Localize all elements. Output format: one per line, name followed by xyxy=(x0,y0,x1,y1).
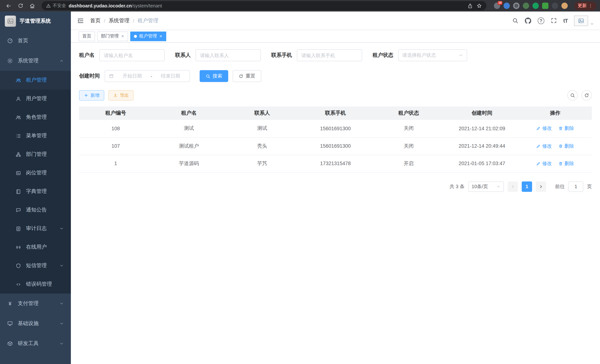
column-header[interactable]: 租户名 xyxy=(152,106,225,120)
column-header[interactable]: 创建时间 xyxy=(445,106,519,120)
filter-row-1: 租户名 联系人 联系手机 租户状态 请选择租户状态 xyxy=(79,49,592,61)
prev-page-button[interactable] xyxy=(508,181,518,192)
font-size-icon[interactable]: tT xyxy=(563,18,568,24)
sidebar-item-audit-log[interactable]: 审计日志 xyxy=(0,219,71,238)
bookmark-star-icon[interactable] xyxy=(477,3,482,9)
extension-icon-4[interactable] xyxy=(523,3,529,9)
sidebar-item-dict-management[interactable]: 字典管理 xyxy=(0,182,71,201)
address-bar[interactable]: 不安全 dashboard.yudao.iocoder.cn/system/te… xyxy=(42,1,487,10)
refresh-table-button[interactable] xyxy=(581,90,592,101)
column-header[interactable]: 租户状态 xyxy=(372,106,445,120)
edit-link[interactable]: 修改 xyxy=(536,125,552,132)
tab-home[interactable]: 首页 xyxy=(79,31,95,41)
extension-icon-1[interactable]: 10 xyxy=(494,3,500,9)
toggle-search-button[interactable] xyxy=(567,90,578,101)
column-header[interactable]: 租户编号 xyxy=(79,106,152,120)
download-icon xyxy=(113,93,118,98)
delete-link[interactable]: 删除 xyxy=(558,143,574,149)
create-time-range-picker[interactable]: 开始日期 - 结束日期 xyxy=(105,70,190,82)
gear-icon xyxy=(7,58,13,64)
mobile-input[interactable] xyxy=(297,49,362,61)
sidebar-item-label: 短信管理 xyxy=(26,262,47,269)
system-submenu: 租户管理 用户管理 角色管理 菜单管理 xyxy=(0,71,71,293)
security-warning[interactable]: 不安全 xyxy=(46,3,66,9)
fullscreen-icon[interactable] xyxy=(551,18,557,24)
share-icon[interactable] xyxy=(468,3,473,8)
browser-reload-button[interactable] xyxy=(16,1,25,10)
sidebar-item-role-management[interactable]: 角色管理 xyxy=(0,108,71,127)
infrastructure-monitor-icon xyxy=(7,321,13,327)
sidebar-item-tenant-management[interactable]: 租户管理 xyxy=(0,71,71,89)
extension-puzzle-icon[interactable] xyxy=(552,3,558,9)
browser-home-button[interactable] xyxy=(28,1,37,10)
active-tab-dot xyxy=(134,35,137,38)
column-header[interactable]: 联系人 xyxy=(225,106,299,120)
sms-shield-icon xyxy=(16,263,21,269)
browser-update-button[interactable]: 更新 xyxy=(574,1,596,10)
trash-icon xyxy=(558,161,563,166)
sidebar-item-post-management[interactable]: 岗位管理 xyxy=(0,164,71,182)
tenant-name-input[interactable] xyxy=(99,49,165,61)
chevron-down-icon xyxy=(59,301,64,306)
table-row: 107 测试租户 秃头 15601691300 关闭 2021-12-14 20… xyxy=(79,137,592,155)
search-button[interactable]: 搜索 xyxy=(200,70,228,82)
header-search-icon[interactable] xyxy=(512,18,518,24)
column-header[interactable]: 联系手机 xyxy=(299,106,372,120)
sidebar-item-home[interactable]: 首页 xyxy=(0,31,71,51)
extension-icon-3[interactable] xyxy=(513,3,519,9)
sidebar-item-notice[interactable]: 通知公告 xyxy=(0,201,71,219)
trash-icon xyxy=(558,126,563,131)
profile-avatar[interactable] xyxy=(562,3,568,9)
sidebar-item-payment-management[interactable]: ¥ 支付管理 xyxy=(0,293,71,314)
delete-link[interactable]: 删除 xyxy=(558,160,574,167)
sidebar-item-label: 研发工具 xyxy=(18,340,38,347)
extension-icon-2[interactable] xyxy=(504,3,510,9)
create-time-label: 创建时间 xyxy=(79,73,100,79)
sidebar-item-dev-tools[interactable]: 研发工具 xyxy=(0,334,71,354)
sidebar-item-dept-management[interactable]: 部门管理 xyxy=(0,145,71,164)
tab-dept-management[interactable]: 部门管理 xyxy=(97,31,128,41)
top-navbar: 首页 / 系统管理 / 租户管理 ? tT xyxy=(71,11,600,30)
breadcrumb-home[interactable]: 首页 xyxy=(90,17,101,24)
sidebar-item-infrastructure[interactable]: 基础设施 xyxy=(0,314,71,334)
browser-back-button[interactable] xyxy=(4,1,13,10)
page-number-button[interactable]: 1 xyxy=(522,181,532,192)
goto-page-input[interactable] xyxy=(568,181,583,192)
delete-link[interactable]: 删除 xyxy=(558,125,574,132)
github-icon[interactable] xyxy=(525,17,531,24)
help-icon[interactable]: ? xyxy=(538,17,544,24)
edit-link[interactable]: 修改 xyxy=(536,143,552,149)
reset-button[interactable]: 重置 xyxy=(233,70,261,82)
browser-menu-kebab-icon[interactable] xyxy=(588,3,593,8)
extension-icon-6[interactable] xyxy=(542,3,548,9)
sidebar-item-sms-management[interactable]: 短信管理 xyxy=(0,256,71,275)
tab-close-icon[interactable] xyxy=(121,35,124,38)
sidebar-item-user-management[interactable]: 用户管理 xyxy=(0,89,71,108)
column-header[interactable]: 操作 xyxy=(519,106,592,120)
sidebar-item-menu-management[interactable]: 菜单管理 xyxy=(0,127,71,145)
export-button[interactable]: 导出 xyxy=(108,90,134,101)
tab-tenant-management[interactable]: 租户管理 xyxy=(130,31,166,41)
edit-link[interactable]: 修改 xyxy=(536,160,552,167)
sidebar-collapse-icon[interactable] xyxy=(77,17,84,24)
status-select[interactable]: 请选择租户状态 xyxy=(398,49,467,61)
sidebar-item-online-users[interactable]: 在线用户 xyxy=(0,238,71,256)
add-button-label: 新增 xyxy=(91,92,99,99)
sidebar-item-system-management[interactable]: 系统管理 xyxy=(0,51,71,71)
cell-tenant-name: 测试租户 xyxy=(152,137,225,155)
table-toolbar: 新增 导出 xyxy=(79,90,592,101)
breadcrumb-system[interactable]: 系统管理 xyxy=(109,17,130,24)
tab-close-icon[interactable] xyxy=(159,35,162,38)
user-avatar-menu[interactable] xyxy=(574,15,594,26)
audit-doc-icon xyxy=(16,226,21,231)
sidebar-item-error-code-management[interactable]: 错误码管理 xyxy=(0,275,71,293)
extension-icon-5[interactable] xyxy=(533,3,539,9)
app-logo-row[interactable]: 芋道管理系统 xyxy=(0,11,71,31)
breadcrumb-separator: / xyxy=(104,18,105,24)
add-button[interactable]: 新增 xyxy=(79,90,104,101)
extensions-cluster: 10 xyxy=(494,3,568,9)
next-page-button[interactable] xyxy=(536,181,546,192)
page-size-select[interactable]: 10条/页 xyxy=(468,181,504,192)
contact-input[interactable] xyxy=(196,49,261,61)
edit-pencil-icon xyxy=(536,144,541,148)
